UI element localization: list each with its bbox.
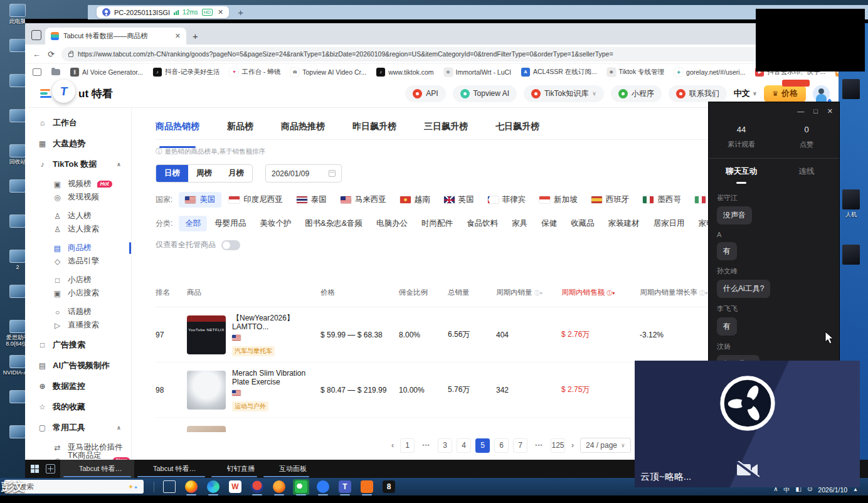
country-chip[interactable]: 泰国 <box>290 192 333 208</box>
sidebar-item[interactable]: ▤ 商品榜 <box>38 241 130 255</box>
category-chip[interactable]: 时尚配件 <box>415 216 459 231</box>
sidebar-item[interactable]: ◎ 发现视频 <box>38 191 130 204</box>
dock-app-button[interactable]: W <box>227 479 243 495</box>
taskbar-app[interactable]: Tabcut 特看数据... <box>134 460 208 478</box>
col-period-sales[interactable]: 周期内销量 ⓘ▾ <box>496 288 561 297</box>
page-number[interactable]: 7 <box>513 438 527 453</box>
page-number[interactable]: 125 <box>551 438 565 453</box>
country-chip[interactable]: 美国 <box>179 192 221 208</box>
close-icon[interactable]: ✕ <box>827 107 833 115</box>
taskbar-app[interactable]: 钉钉直播 <box>208 460 260 478</box>
tabcut-logo-icon[interactable] <box>40 89 51 98</box>
dock-app-button[interactable] <box>183 479 199 495</box>
bookmark-item[interactable]: A ACL4SSR 在线订阅... <box>521 68 597 77</box>
sidebar-item[interactable]: ▷ 直播搜索 <box>38 319 130 332</box>
period-option[interactable]: 日榜 <box>156 165 188 182</box>
nav-pill-button[interactable]: TikTok知识库 ∨ <box>524 85 604 102</box>
prev-page-icon[interactable]: ‹ <box>389 441 396 450</box>
bookmark-item[interactable]: ◈ gorelay.net/#/useri... <box>674 68 745 77</box>
sidebar-item[interactable]: ○ 话题榜 <box>38 305 130 319</box>
col-period-gmv[interactable]: 周期内销售额 ⓘ▾ <box>561 288 640 297</box>
sidebar-item[interactable]: ◉ TK商品定价计算 New <box>38 454 130 460</box>
dock-app-button[interactable] <box>205 479 221 495</box>
category-chip[interactable]: 电脑办公 <box>370 216 414 231</box>
country-chip[interactable]: 西班牙 <box>585 192 636 208</box>
page-number[interactable]: 4 <box>457 438 471 453</box>
taskbar-search-box[interactable]: 搜索 ✦✦ <box>4 480 144 494</box>
minimize-icon[interactable]: — <box>797 107 804 115</box>
dock-app-button[interactable] <box>315 479 331 495</box>
ranking-tab[interactable]: 商品热推榜 <box>281 121 325 139</box>
workspaces-icon[interactable] <box>31 30 41 40</box>
category-chip[interactable]: 家具 <box>505 216 534 231</box>
product-image[interactable] <box>187 426 226 433</box>
sidebar-item[interactable]: □ 小店榜 <box>38 273 130 287</box>
pricing-button[interactable]: ♛ 价格 <box>764 85 806 102</box>
dock-app-button[interactable] <box>161 479 177 495</box>
taskbar-app[interactable]: 互动面板 <box>260 460 312 478</box>
maximize-icon[interactable]: □ <box>813 107 818 115</box>
sidebar-item[interactable]: ♙ 达人榜 <box>38 209 130 223</box>
ranking-tab[interactable]: 昨日飙升榜 <box>352 121 396 139</box>
bookmark-item[interactable]: ▼ 工作台 - 蝉镜 <box>230 68 280 77</box>
sidebar-item[interactable]: ▢ 常用工具 ∧ <box>38 420 130 435</box>
category-chip[interactable]: 居家日用 <box>647 216 691 231</box>
ranking-tab[interactable]: 三日飙升榜 <box>424 121 468 139</box>
product-image[interactable] <box>187 371 226 410</box>
remote-session-tab[interactable]: PC-20250113ISGI 12ms HD ✕ <box>97 6 229 18</box>
back-icon[interactable]: ← <box>33 50 41 59</box>
page-number[interactable]: 5 <box>475 438 490 453</box>
close-session-icon[interactable]: ✕ <box>218 8 223 16</box>
dock-app-button[interactable]: 8 <box>381 479 397 495</box>
page-size-select[interactable]: 24 / page ∨ <box>580 438 631 453</box>
dock-app-button[interactable] <box>359 479 375 495</box>
ranking-tab[interactable]: 新品榜 <box>227 121 253 139</box>
copilot-sparkle-icon[interactable]: ✦✦ <box>128 483 138 491</box>
floating-widget-button[interactable]: T <box>52 80 75 103</box>
category-chip[interactable]: 全部 <box>179 216 207 231</box>
page-number[interactable]: ••• <box>532 438 546 453</box>
country-chip[interactable]: 印度尼西亚 <box>223 192 289 208</box>
dock-app-button[interactable]: T <box>337 479 353 495</box>
country-chip[interactable]: 马来西亚 <box>334 192 393 208</box>
bookmarks-folder-icon[interactable] <box>51 69 60 75</box>
language-selector[interactable]: 中文 ∨ <box>734 88 757 99</box>
start-button[interactable] <box>31 465 40 474</box>
ranking-tab[interactable]: 七日飙升榜 <box>495 121 539 139</box>
page-number[interactable]: 1 <box>400 438 415 453</box>
remote-desktop-icon[interactable]: 人机 <box>839 189 863 219</box>
sidebar-item[interactable]: ▦ 大盘趋势 <box>38 136 130 151</box>
category-chip[interactable]: 图书&杂志&音频 <box>299 216 369 231</box>
date-picker[interactable]: 2026/01/09 <box>265 164 342 183</box>
bookmark-item[interactable]: ♪ www.tiktok.com <box>376 68 433 77</box>
category-chip[interactable]: 食品饮料 <box>460 216 504 231</box>
sidebar-item[interactable]: ▣ 小店搜索 <box>38 287 130 300</box>
product-title[interactable]: Merach Slim Vibration Plate Exercise Mac… <box>232 369 317 386</box>
next-page-icon[interactable]: › <box>569 441 576 450</box>
tray-corner-icon[interactable]: ▲ <box>853 487 858 492</box>
sidebar-item[interactable]: ◇ 选品引擎 <box>38 255 130 268</box>
nav-pill-button[interactable]: 联系我们 <box>669 85 727 102</box>
category-chip[interactable]: 收藏品 <box>564 216 601 231</box>
dock-app-button[interactable] <box>271 479 287 495</box>
bookmark-item[interactable]: ⊕ Tiktok 专线管理 <box>607 68 665 77</box>
page-number[interactable]: 3 <box>438 438 452 453</box>
bookmark-item[interactable]: ∥ AI Voice Generator... <box>70 68 143 77</box>
remote-desktop-icon[interactable] <box>839 245 863 266</box>
new-tab-button[interactable]: + <box>193 31 198 41</box>
country-chip[interactable]: 菲律宾 <box>482 192 532 208</box>
bookmark-item[interactable]: ⊙ ImmortalWrt - LuCI <box>444 68 511 77</box>
country-chip[interactable]: 越南 <box>394 192 437 208</box>
page-number[interactable]: 6 <box>494 438 509 453</box>
dock-app-button[interactable] <box>249 479 265 495</box>
task-grid-icon[interactable] <box>46 464 55 474</box>
category-chip[interactable]: 家装建材 <box>602 216 646 231</box>
tab-close-icon[interactable]: ✕ <box>175 32 181 40</box>
sidebar-item[interactable]: ▤ AI广告视频制作 <box>38 358 130 373</box>
new-session-button[interactable]: + <box>238 7 243 18</box>
category-chip[interactable]: 保健 <box>535 216 563 231</box>
page-number[interactable]: ••• <box>419 438 433 453</box>
dock-app-button[interactable] <box>293 479 309 495</box>
tab-connect[interactable]: 连线 <box>774 166 839 177</box>
nav-pill-button[interactable]: API <box>405 85 445 102</box>
